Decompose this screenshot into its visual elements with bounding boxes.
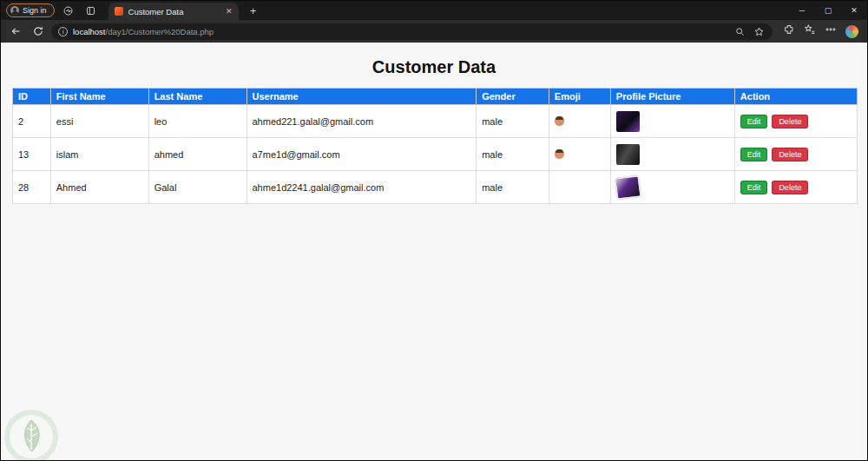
back-icon[interactable] [6, 23, 25, 40]
cell-profile-picture [610, 171, 734, 204]
cell-username: a7me1d@gmail.com [247, 138, 477, 171]
cell-emoji [549, 138, 610, 171]
search-icon[interactable] [733, 26, 746, 37]
cell-username: ahmed221.galal@gmail.com [247, 105, 477, 138]
header-first-name: First Name [50, 89, 148, 105]
cell-action: EditDelete [734, 171, 857, 204]
new-tab-button[interactable]: + [246, 4, 261, 17]
header-id: ID [13, 89, 51, 105]
header-last-name: Last Name [148, 89, 247, 105]
delete-button[interactable]: Delete [772, 115, 808, 128]
sign-in-button[interactable]: Sign in [6, 3, 55, 17]
tab-favicon-icon [115, 7, 123, 16]
header-profile-picture: Profile Picture [610, 89, 734, 105]
face-emoji-icon [555, 116, 564, 126]
cell-gender: male [477, 138, 549, 171]
cell-first-name: islam [50, 138, 148, 171]
table-row: 28 Ahmed Galal ahme1d2241.galal@gmail.co… [13, 171, 858, 204]
delete-button[interactable]: Delete [772, 181, 808, 194]
edit-button[interactable]: Edit [740, 181, 768, 194]
profile-picture-thumbnail [616, 144, 640, 165]
browser-window: Sign in Customer Data ✕ + ─ ▢ ✕ i [0, 0, 868, 461]
cell-emoji [549, 171, 610, 204]
url-text[interactable]: localhost/day1/Customer%20Data.php [73, 27, 727, 36]
profile-picture-thumbnail [616, 111, 640, 132]
close-button[interactable]: ✕ [841, 1, 867, 20]
extensions-icon[interactable] [783, 23, 795, 39]
header-action: Action [734, 89, 857, 105]
header-username: Username [247, 89, 477, 105]
header-emoji: Emoji [549, 89, 610, 105]
cell-last-name: Galal [148, 171, 247, 204]
cell-action: EditDelete [734, 105, 857, 138]
toolbar: i localhost/day1/Customer%20Data.php [1, 20, 867, 43]
face-emoji-icon [555, 149, 564, 159]
cell-profile-picture [610, 138, 734, 171]
profile-picture-thumbnail [615, 175, 641, 199]
cell-id: 28 [13, 171, 51, 204]
favorite-star-icon[interactable] [752, 26, 766, 37]
cell-username: ahme1d2241.galal@gmail.com [247, 171, 477, 204]
window-controls: ─ ▢ ✕ [789, 1, 867, 20]
more-options-icon[interactable] [825, 23, 837, 39]
cell-gender: male [477, 171, 549, 204]
table-row: 13 islam ahmed a7me1d@gmail.com male Edi… [13, 138, 858, 171]
tab-customer-data[interactable]: Customer Data ✕ [108, 3, 239, 20]
site-info-icon[interactable]: i [58, 27, 68, 36]
page-title: Customer Data [1, 43, 867, 88]
url-path: /day1/Customer%20Data.php [106, 27, 214, 36]
toolbar-right-icons [783, 23, 858, 39]
maximize-button[interactable]: ▢ [815, 1, 841, 20]
cell-id: 13 [13, 138, 51, 171]
address-bar[interactable]: i localhost/day1/Customer%20Data.php [51, 23, 773, 40]
cell-last-name: leo [148, 105, 247, 138]
browser-essentials-icon[interactable] [60, 3, 77, 18]
page-content: Customer Data ID First Name Last Name Us… [1, 43, 867, 460]
table-row: 2 essi leo ahmed221.galal@gmail.com male… [13, 105, 858, 138]
tab-actions-icon[interactable] [82, 3, 100, 18]
cell-first-name: Ahmed [50, 171, 148, 204]
cell-last-name: ahmed [148, 138, 247, 171]
cell-emoji [549, 105, 610, 138]
cell-first-name: essi [50, 105, 148, 138]
customer-table: ID First Name Last Name Username Gender … [12, 88, 858, 204]
sign-in-label: Sign in [23, 6, 47, 15]
edit-button[interactable]: Edit [740, 115, 768, 128]
url-host: localhost [73, 27, 106, 36]
edit-button[interactable]: Edit [740, 148, 768, 161]
cell-profile-picture [610, 105, 734, 138]
tab-close-icon[interactable]: ✕ [226, 7, 233, 16]
profile-avatar[interactable] [845, 25, 858, 38]
cell-action: EditDelete [734, 138, 857, 171]
sign-in-avatar-icon [10, 6, 19, 15]
favorites-icon[interactable] [804, 23, 816, 39]
leaf-watermark-logo [3, 408, 60, 460]
refresh-icon[interactable] [29, 23, 48, 40]
titlebar: Sign in Customer Data ✕ + ─ ▢ ✕ [1, 1, 867, 20]
cell-gender: male [477, 105, 549, 138]
header-gender: Gender [477, 89, 549, 105]
minimize-button[interactable]: ─ [789, 1, 815, 20]
delete-button[interactable]: Delete [772, 148, 808, 161]
table-header-row: ID First Name Last Name Username Gender … [13, 89, 858, 105]
tab-title: Customer Data [128, 7, 220, 16]
cell-id: 2 [13, 105, 51, 138]
